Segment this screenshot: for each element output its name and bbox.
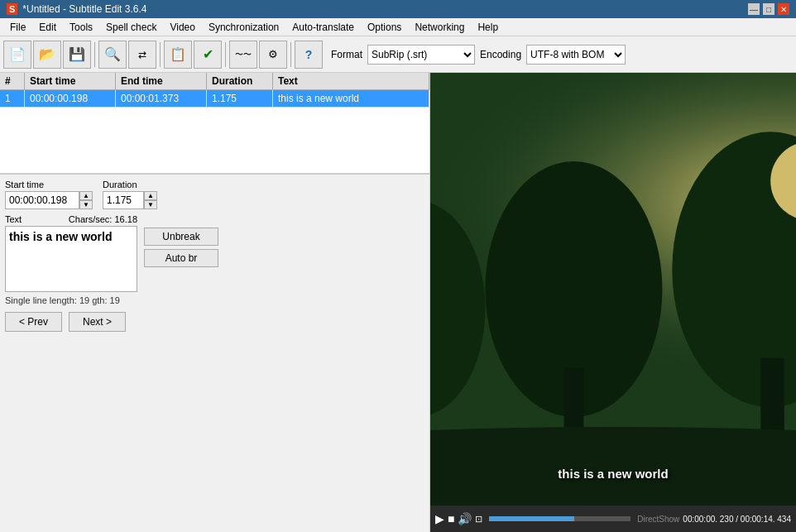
prev-next-row: < Prev Next > <box>5 312 424 332</box>
duration-input[interactable] <box>103 191 144 209</box>
text-area-wrapper: Text Chars/sec: 16.18 this is a new worl… <box>5 214 137 292</box>
menu-edit[interactable]: Edit <box>32 20 63 35</box>
edit-area: Start time ▲ ▼ Duration ▲ <box>0 175 429 532</box>
cell-num: 1 <box>0 90 25 107</box>
auto-br-button[interactable]: Auto br <box>144 249 218 267</box>
prev-button[interactable]: < Prev <box>5 312 62 332</box>
waveform-button[interactable]: 〜〜 <box>229 41 257 69</box>
new-button[interactable]: 📄 <box>3 41 31 69</box>
next-button[interactable]: Next > <box>69 312 126 332</box>
stop-button[interactable]: ■ <box>448 512 454 525</box>
menu-video[interactable]: Video <box>163 20 201 35</box>
menu-file[interactable]: File <box>3 20 32 35</box>
start-time-input[interactable] <box>5 191 79 209</box>
maximize-button[interactable]: □ <box>763 3 774 15</box>
start-time-input-row: ▲ ▼ <box>5 191 93 209</box>
table-row[interactable]: 1 00:00:00.198 00:00:01.373 1.175 this i… <box>0 90 429 108</box>
time-display: 00:00:00. 230 / 00:00:14. 434 <box>683 515 791 524</box>
subtitle-table: # Start time End time Duration Text 1 00… <box>0 73 429 175</box>
text-label: Text <box>5 214 22 224</box>
open-button[interactable]: 📂 <box>33 41 61 69</box>
main-container: # Start time End time Duration Text 1 00… <box>0 73 796 532</box>
start-time-up[interactable]: ▲ <box>79 191 93 200</box>
separator2 <box>160 42 161 67</box>
encoding-label: Encoding <box>480 49 521 60</box>
progress-bar[interactable] <box>489 516 631 521</box>
duration-label: Duration <box>103 180 157 189</box>
menu-help[interactable]: Help <box>471 20 505 35</box>
text-edit-section: Text Chars/sec: 16.18 this is a new worl… <box>5 214 424 292</box>
video-placeholder: this is a new world <box>430 73 796 506</box>
duration-down[interactable]: ▼ <box>144 200 157 209</box>
empty-rows <box>0 108 429 174</box>
cell-duration: 1.175 <box>207 90 273 107</box>
settings-button[interactable]: ⚙ <box>259 41 287 69</box>
col-header-text: Text <box>273 73 429 89</box>
window-title: *Untitled - Subtitle Edit 3.6.4 <box>22 3 146 15</box>
format-label: Format <box>331 49 362 60</box>
unbreak-button[interactable]: Unbreak <box>144 228 218 246</box>
help-button[interactable]: ? <box>295 41 323 69</box>
menu-options[interactable]: Options <box>361 20 408 35</box>
right-panel: this is a new world ▶ ■ 🔊 ⊡ DirectShow 0… <box>430 73 796 532</box>
text-area-header: Text Chars/sec: 16.18 <box>5 214 137 224</box>
duration-input-row: ▲ ▼ <box>103 191 157 209</box>
direct-show-label: DirectShow <box>637 515 679 524</box>
chars-per-sec: Chars/sec: 16.18 <box>69 214 137 224</box>
duration-up[interactable]: ▲ <box>144 191 157 200</box>
video-controls: ▶ ■ 🔊 ⊡ DirectShow 00:00:00. 230 / 00:00… <box>430 506 796 532</box>
start-time-spinner: ▲ ▼ <box>79 191 93 209</box>
progress-fill <box>489 516 573 521</box>
start-time-label: Start time <box>5 180 93 189</box>
cell-end: 00:00:01.373 <box>116 90 207 107</box>
find-button[interactable]: 🔍 <box>98 41 127 69</box>
app-icon: S <box>7 3 17 15</box>
close-button[interactable]: ✕ <box>778 3 789 15</box>
toolbar: 📄 📂 💾 🔍 ⇄ 📋 ✔ 〜〜 ⚙ ? Format SubRip (.srt… <box>0 36 796 73</box>
menu-synchronization[interactable]: Synchronization <box>202 20 285 35</box>
start-time-field: Start time ▲ ▼ <box>5 180 93 209</box>
menu-spell-check[interactable]: Spell check <box>99 20 163 35</box>
cell-text: this is a new world <box>273 90 429 107</box>
menu-auto-translate[interactable]: Auto-translate <box>285 20 361 35</box>
format-select[interactable]: SubRip (.srt) <box>367 45 475 65</box>
start-time-down[interactable]: ▼ <box>79 200 93 209</box>
title-bar-controls: — □ ✕ <box>748 3 789 15</box>
title-bar: S *Untitled - Subtitle Edit 3.6.4 — □ ✕ <box>0 0 796 18</box>
play-pause-button[interactable]: ▶ <box>435 512 444 525</box>
text-edit-area[interactable]: this is a new world <box>5 226 137 292</box>
separator3 <box>225 42 226 67</box>
find-replace-button[interactable]: ⇄ <box>128 41 156 69</box>
title-bar-left: S *Untitled - Subtitle Edit 3.6.4 <box>7 3 146 15</box>
duration-spinner: ▲ ▼ <box>144 191 157 209</box>
col-header-duration: Duration <box>207 73 273 89</box>
menu-networking[interactable]: Networking <box>408 20 471 35</box>
left-panel: # Start time End time Duration Text 1 00… <box>0 73 430 532</box>
table-header: # Start time End time Duration Text <box>0 73 429 90</box>
col-header-end: End time <box>116 73 207 89</box>
minimize-button[interactable]: — <box>748 3 760 15</box>
cell-start: 00:00:00.198 <box>25 90 116 107</box>
duration-field: Duration ▲ ▼ <box>103 180 157 209</box>
save-button[interactable]: 💾 <box>63 41 91 69</box>
separator4 <box>290 42 291 67</box>
col-header-start: Start time <box>25 73 116 89</box>
toolbar-right: Format SubRip (.srt) Encoding UTF-8 with… <box>331 45 626 65</box>
fullscreen-button[interactable]: ⊡ <box>475 514 482 525</box>
single-line-info: Single line length: 19 gth: 19 <box>5 295 424 305</box>
menu-tools[interactable]: Tools <box>63 20 99 35</box>
check-button[interactable]: ✔ <box>194 41 222 69</box>
encoding-select[interactable]: UTF-8 with BOM <box>526 45 626 65</box>
edit-row1: Start time ▲ ▼ Duration ▲ <box>5 180 424 209</box>
separator <box>94 42 95 67</box>
text-buttons: Unbreak Auto br <box>144 228 218 267</box>
video-area[interactable]: this is a new world <box>430 73 796 506</box>
volume-button[interactable]: 🔊 <box>458 512 472 525</box>
col-header-num: # <box>0 73 25 89</box>
history-button[interactable]: 📋 <box>164 41 192 69</box>
menu-bar: File Edit Tools Spell check Video Synchr… <box>0 18 796 36</box>
video-subtitle: this is a new world <box>558 467 668 481</box>
